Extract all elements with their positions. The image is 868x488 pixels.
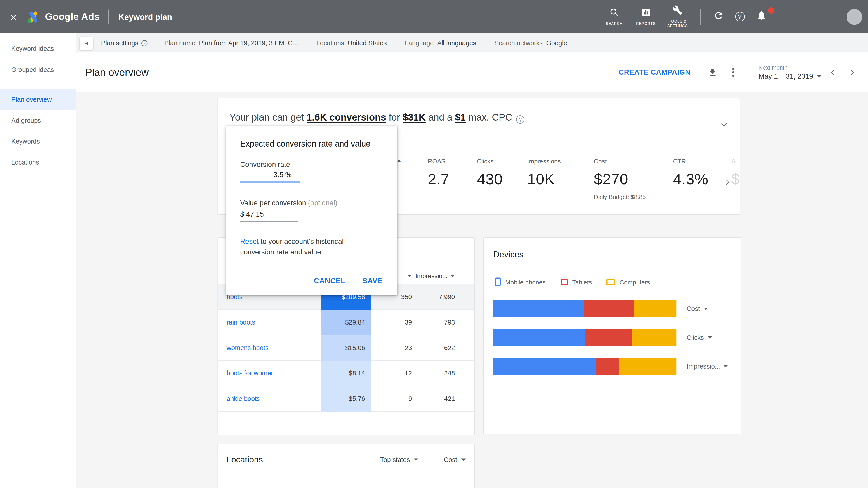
bar-segment-mobile	[493, 300, 584, 317]
clicks-cell: 23	[371, 344, 412, 351]
impressions-column-header[interactable]: Impressio...	[412, 272, 465, 279]
chevron-down-icon	[817, 75, 822, 78]
stacked-bar	[493, 300, 677, 317]
bar-segment-computer	[631, 329, 676, 346]
computer-icon	[607, 279, 615, 285]
date-range-label: Next month	[758, 64, 822, 71]
topbar-actions: SEARCH REPORTS	[598, 5, 868, 29]
tools-settings-button[interactable]: TOOLS & SETTINGS	[662, 5, 693, 29]
bar-segment-mobile	[493, 358, 596, 375]
forecast-headline: Your plan can get 1.6K conversions for $…	[229, 112, 525, 124]
locations-metric-selector[interactable]: Cost	[444, 456, 466, 463]
notifications-button[interactable]: !	[750, 10, 772, 23]
bar-segment-computer	[634, 300, 676, 317]
locations-setting: Locations:United States	[316, 39, 387, 47]
table-row[interactable]: rain boots $29.84 39 793	[218, 310, 474, 335]
clicks-cell: 39	[371, 319, 412, 326]
devices-legend: Mobile phones Tablets Computers	[495, 278, 650, 286]
back-icon: ◄	[84, 40, 89, 46]
reports-button[interactable]: REPORTS	[630, 7, 662, 26]
reset-link[interactable]: Reset	[240, 238, 259, 245]
locations-title: Locations	[227, 455, 355, 464]
help-icon[interactable]: ?	[516, 115, 525, 124]
previous-period-button[interactable]	[831, 70, 837, 75]
keyword-link[interactable]: rain boots	[218, 319, 321, 326]
avatar[interactable]	[846, 9, 862, 25]
legend-tablets: Tablets	[560, 278, 592, 285]
chevron-down-icon	[707, 336, 712, 339]
devices-title: Devices	[493, 249, 524, 259]
metric-roas: ROAS 2.7	[428, 158, 450, 188]
date-range-selector[interactable]: Next month May 1 – 31, 2019	[749, 63, 832, 82]
plan-name-setting: Plan name:Plan from Apr 19, 2019, 3 PM, …	[164, 39, 298, 47]
bar-metric-selector[interactable]: Impressio...	[687, 363, 728, 370]
locations-filter-selector[interactable]: Top states	[380, 456, 418, 463]
bar-segment-tablet	[596, 358, 619, 375]
content-area: Your plan can get 1.6K conversions for $…	[76, 92, 868, 488]
cost-cell: $5.76	[321, 386, 371, 411]
sidebar-item-keywords[interactable]: Keywords	[0, 131, 76, 152]
reports-label: REPORTS	[636, 21, 656, 26]
app: × Google Ads Keyword plan SEARCH	[0, 0, 868, 488]
refresh-button[interactable]	[708, 10, 729, 23]
table-row[interactable]: ankle boots $5.76 9 421	[218, 386, 474, 412]
table-row[interactable]: boots for women $8.14 12 248	[218, 361, 474, 386]
conversion-rate-label: Conversion rate	[240, 160, 290, 169]
table-body: boots $209.58 350 7,990 rain boots $29.8…	[218, 284, 474, 412]
hidden-metric-fragment: e	[397, 158, 401, 164]
daily-budget-note: Daily Budget: $8.85	[594, 193, 646, 201]
table-row[interactable]: womens boots $15.06 23 622	[218, 335, 474, 361]
keyword-link[interactable]: womens boots	[218, 344, 321, 351]
cancel-button[interactable]: CANCEL	[314, 277, 345, 285]
keyword-link[interactable]: ankle boots	[218, 395, 321, 402]
help-icon: ?	[735, 12, 745, 22]
date-range-value: May 1 – 31, 2019	[758, 72, 813, 80]
back-button[interactable]: ◄	[80, 36, 93, 50]
devices-bar-impressions: Impressio...	[493, 358, 728, 375]
bar-metric-selector[interactable]: Clicks	[687, 334, 712, 341]
value-per-conversion-input[interactable]: $ 47.15	[240, 210, 298, 222]
page-header: Plan overview CREATE CAMPAIGN Next month…	[76, 53, 868, 92]
main-area: ◄ Plan settings i Plan name:Plan from Ap…	[76, 33, 868, 488]
brand-title: Google Ads	[45, 11, 100, 22]
sidebar-item-ad-groups[interactable]: Ad groups	[0, 110, 76, 131]
tablet-icon	[560, 279, 568, 285]
plan-settings-bar: ◄ Plan settings i Plan name:Plan from Ap…	[76, 33, 868, 53]
bar-segment-computer	[619, 358, 676, 375]
legend-mobile-phones: Mobile phones	[495, 278, 546, 286]
search-networks-setting: Search networks:Google	[494, 39, 567, 47]
sidebar-item-keyword-ideas[interactable]: Keyword ideas	[0, 38, 76, 59]
close-icon[interactable]: ×	[10, 11, 17, 22]
sidebar-item-locations[interactable]: Locations	[0, 152, 76, 173]
stacked-bar	[493, 358, 677, 375]
collapse-card-button[interactable]	[722, 118, 726, 128]
create-campaign-button[interactable]: CREATE CAMPAIGN	[619, 68, 690, 77]
tools-settings-label: TOOLS & SETTINGS	[667, 19, 688, 29]
sidebar-item-plan-overview[interactable]: Plan overview	[0, 89, 76, 110]
top-app-bar: × Google Ads Keyword plan SEARCH	[0, 0, 868, 33]
locations-card: Locations Top states Cost	[218, 444, 475, 488]
more-options-button[interactable]	[733, 68, 735, 77]
impressions-cell: 793	[412, 319, 465, 326]
bar-segment-tablet	[585, 329, 632, 346]
next-period-button[interactable]	[848, 70, 854, 75]
keyword-link[interactable]: boots for women	[218, 370, 321, 376]
topbar-divider	[109, 9, 110, 24]
topbar-divider	[700, 9, 701, 25]
conversion-rate-input[interactable]: 3.5 %	[240, 171, 300, 183]
bar-metric-selector[interactable]: Cost	[687, 305, 708, 312]
metric-impressions: Impressions 10K	[527, 158, 561, 188]
wrench-icon	[673, 5, 683, 17]
search-button[interactable]: SEARCH	[598, 7, 630, 26]
download-button[interactable]	[708, 67, 718, 78]
plan-settings-toggle[interactable]: Plan settings i	[101, 39, 148, 47]
sidebar-item-grouped-ideas[interactable]: Grouped ideas	[0, 59, 76, 80]
cost-cell: $15.06	[321, 335, 371, 361]
chevron-down-icon	[723, 365, 728, 367]
scroll-metrics-button[interactable]	[724, 176, 728, 187]
bar-segment-tablet	[584, 300, 634, 317]
save-button[interactable]: SAVE	[362, 277, 382, 285]
help-button[interactable]: ?	[729, 12, 750, 22]
devices-bar-clicks: Clicks	[493, 329, 728, 346]
info-icon: i	[141, 40, 148, 46]
